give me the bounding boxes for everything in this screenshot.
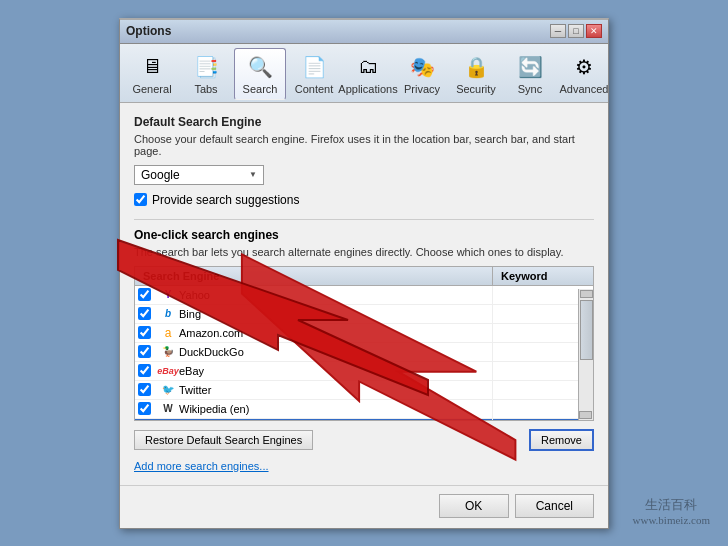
amazon-label: Amazon.com xyxy=(179,327,243,339)
suggestions-row: Provide search suggestions xyxy=(134,193,594,207)
chevron-down-icon: ▼ xyxy=(249,170,257,179)
tab-sync-label: Sync xyxy=(518,83,542,95)
tab-search[interactable]: 🔍 Search xyxy=(234,48,286,100)
ddg-label: DuckDuckGo xyxy=(179,346,244,358)
security-icon: 🔒 xyxy=(462,53,490,81)
scrollbar[interactable] xyxy=(578,289,593,420)
one-click-title: One-click search engines xyxy=(134,228,594,242)
window-title: Options xyxy=(126,24,171,38)
yahoo-checkbox[interactable] xyxy=(138,288,151,301)
table-row[interactable]: aAmazon.com xyxy=(135,324,593,343)
close-button[interactable]: ✕ xyxy=(586,24,602,38)
yahoo-icon: Y xyxy=(161,288,175,302)
watermark-chinese: 生活百科 xyxy=(633,496,711,514)
table-header: Search Engine Keyword xyxy=(135,267,593,286)
tab-applications-label: Applications xyxy=(338,83,397,95)
tab-advanced[interactable]: ⚙ Advanced xyxy=(558,48,610,100)
ebay-label: eBay xyxy=(179,365,204,377)
ok-button[interactable]: OK xyxy=(439,494,509,518)
amazon-icon: a xyxy=(161,326,175,340)
twitter-icon: 🐦 xyxy=(161,383,175,397)
minimize-button[interactable]: ─ xyxy=(550,24,566,38)
tab-tabs-label: Tabs xyxy=(194,83,217,95)
toolbar: 🖥 General 📑 Tabs 🔍 Search 📄 Content 🗂 Ap… xyxy=(120,44,608,103)
sync-icon: 🔄 xyxy=(516,53,544,81)
tab-general[interactable]: 🖥 General xyxy=(126,48,178,100)
tab-privacy[interactable]: 🎭 Privacy xyxy=(396,48,448,100)
content-area: Default Search Engine Choose your defaul… xyxy=(120,103,608,485)
table-row[interactable]: eBayeBay xyxy=(135,362,593,381)
tab-search-label: Search xyxy=(243,83,278,95)
search-icon: 🔍 xyxy=(246,53,274,81)
table-row[interactable]: bBing xyxy=(135,305,593,324)
bing-checkbox[interactable] xyxy=(138,307,151,320)
bing-icon: b xyxy=(161,307,175,321)
tab-privacy-label: Privacy xyxy=(404,83,440,95)
header-keyword: Keyword xyxy=(493,267,593,285)
table-row[interactable]: YYahoo xyxy=(135,286,593,305)
tab-security-label: Security xyxy=(456,83,496,95)
tab-advanced-label: Advanced xyxy=(560,83,609,95)
table-row[interactable]: WWikipedia (en) xyxy=(135,400,593,419)
dropdown-value: Google xyxy=(141,168,180,182)
content-icon: 📄 xyxy=(300,53,328,81)
wikipedia-icon: W xyxy=(161,402,175,416)
tab-applications[interactable]: 🗂 Applications xyxy=(342,48,394,100)
suggestions-label: Provide search suggestions xyxy=(152,193,299,207)
tab-tabs[interactable]: 📑 Tabs xyxy=(180,48,232,100)
ddg-icon: 🦆 xyxy=(161,345,175,359)
tab-sync[interactable]: 🔄 Sync xyxy=(504,48,556,100)
tab-content-label: Content xyxy=(295,83,334,95)
wikipedia-label: Wikipedia (en) xyxy=(179,403,249,415)
bing-label: Bing xyxy=(179,308,201,320)
section-divider xyxy=(134,219,594,220)
default-search-title: Default Search Engine xyxy=(134,115,594,129)
yahoo-label: Yahoo xyxy=(179,289,210,301)
options-window: Options ─ □ ✕ 🖥 General 📑 Tabs 🔍 Search xyxy=(119,18,609,529)
twitter-checkbox[interactable] xyxy=(138,383,151,396)
tab-security[interactable]: 🔒 Security xyxy=(450,48,502,100)
title-bar: Options ─ □ ✕ xyxy=(120,20,608,44)
search-engines-table: Search Engine Keyword YYahoo bBing aAmaz… xyxy=(134,266,594,421)
amazon-checkbox[interactable] xyxy=(138,326,151,339)
table-row-selected[interactable]: 🦊Firefox Add-ons xyxy=(135,419,593,421)
scrollbar-thumb[interactable] xyxy=(580,300,593,360)
restore-default-button[interactable]: Restore Default Search Engines xyxy=(134,430,313,450)
ebay-checkbox[interactable] xyxy=(138,364,151,377)
default-search-desc: Choose your default search engine. Firef… xyxy=(134,133,594,157)
twitter-label: Twitter xyxy=(179,384,211,396)
search-engine-dropdown[interactable]: Google ▼ xyxy=(134,165,264,185)
watermark-url: www.bimeiz.com xyxy=(633,514,711,526)
table-row[interactable]: 🦆DuckDuckGo xyxy=(135,343,593,362)
remove-button[interactable]: Remove xyxy=(529,429,594,451)
ddg-checkbox[interactable] xyxy=(138,345,151,358)
applications-icon: 🗂 xyxy=(354,53,382,81)
header-engine: Search Engine xyxy=(135,267,493,285)
ebay-icon: eBay xyxy=(161,364,175,378)
general-icon: 🖥 xyxy=(138,53,166,81)
tab-content[interactable]: 📄 Content xyxy=(288,48,340,100)
action-buttons: Restore Default Search Engines Remove xyxy=(134,429,594,451)
tabs-icon: 📑 xyxy=(192,53,220,81)
wikipedia-checkbox[interactable] xyxy=(138,402,151,415)
suggestions-checkbox[interactable] xyxy=(134,193,147,206)
window-controls: ─ □ ✕ xyxy=(550,24,602,38)
privacy-icon: 🎭 xyxy=(408,53,436,81)
one-click-desc: The search bar lets you search alternate… xyxy=(134,246,594,258)
maximize-button[interactable]: □ xyxy=(568,24,584,38)
table-row[interactable]: 🐦Twitter xyxy=(135,381,593,400)
add-more-link[interactable]: Add more search engines... xyxy=(134,460,269,472)
cancel-button[interactable]: Cancel xyxy=(515,494,594,518)
footer-buttons: OK Cancel xyxy=(120,485,608,528)
advanced-icon: ⚙ xyxy=(570,53,598,81)
tab-general-label: General xyxy=(132,83,171,95)
